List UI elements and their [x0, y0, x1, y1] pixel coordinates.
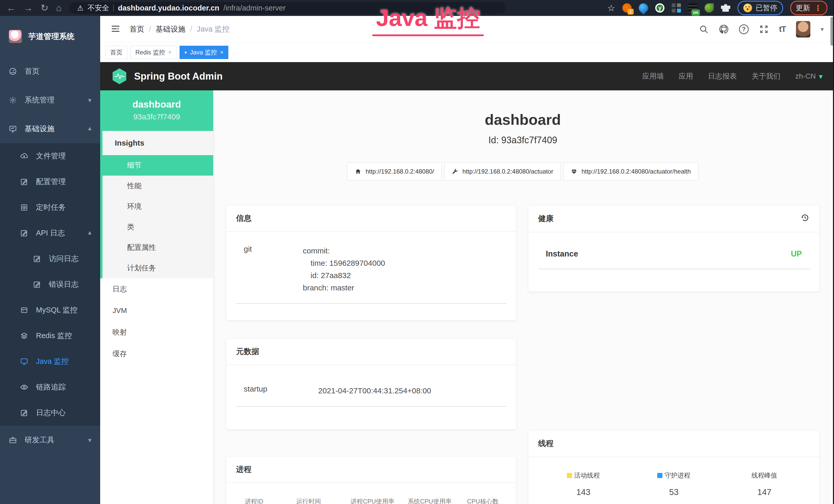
extension-icon[interactable]: 1	[622, 3, 632, 13]
monitor-chart-icon	[9, 125, 17, 133]
fullscreen-icon[interactable]	[759, 24, 769, 34]
browser-menu-kebab-icon[interactable]: ⋮	[814, 4, 822, 13]
emoji-face-icon	[743, 4, 752, 12]
sba-nav-details[interactable]: 细节	[100, 155, 213, 176]
dark-extension-icon[interactable]: on	[688, 3, 697, 13]
sba-nav-config-props[interactable]: 配置属性	[103, 237, 213, 258]
pin-extension-icon[interactable]	[637, 2, 650, 15]
home-icon	[355, 168, 361, 175]
sidebar-item-home[interactable]: 首页	[0, 57, 100, 86]
sba-nav-classes[interactable]: 类	[103, 217, 213, 237]
bookmark-star-icon[interactable]: ☆	[608, 3, 615, 13]
sidebar-item-scheduled-jobs[interactable]: 定时任务	[0, 194, 100, 220]
chevron-down-icon: ▾	[819, 72, 823, 81]
tab-home[interactable]: 首页	[105, 46, 127, 59]
legend-label: 活动线程	[574, 471, 600, 480]
github-icon[interactable]	[719, 24, 729, 34]
close-icon[interactable]: ×	[168, 49, 172, 56]
legend-live-threads: 活动线程 143	[538, 471, 629, 497]
timer-board-icon	[20, 203, 28, 211]
sidebar-item-dev-tools[interactable]: 研发工具 ▾	[0, 426, 100, 455]
sidebar-item-log-center[interactable]: 日志中心	[0, 400, 100, 426]
tab-label: Redis 监控	[135, 48, 165, 56]
green-extension-icon[interactable]: y	[655, 3, 664, 13]
sidebar-item-tracing[interactable]: 链路追踪	[0, 374, 100, 400]
sidebar-item-mysql-monitor[interactable]: MySQL 监控	[0, 297, 100, 323]
app-logo-row[interactable]: 芋道管理系统	[0, 16, 100, 57]
breadcrumb-infrastructure[interactable]: 基础设施	[156, 24, 185, 35]
sidebar-item-file-manage[interactable]: 文件管理	[0, 143, 100, 169]
edit-square-icon	[20, 409, 28, 417]
sidebar-item-infrastructure[interactable]: 基础设施 ▾	[0, 115, 100, 143]
git-branch-line: branch: master	[303, 282, 385, 294]
locale-selector[interactable]: zh-CN ▾	[795, 72, 823, 81]
col-header: 进程ID	[235, 497, 273, 504]
back-icon[interactable]: ←	[7, 3, 16, 13]
close-icon[interactable]: ×	[220, 49, 223, 56]
not-secure-label: 不安全	[88, 3, 109, 13]
sba-nav-environment[interactable]: 环境	[103, 196, 213, 217]
search-icon[interactable]	[699, 24, 709, 34]
forward-icon[interactable]: →	[24, 3, 33, 13]
font-size-icon[interactable]: tT	[779, 24, 786, 34]
breadcrumb-home[interactable]: 首页	[129, 24, 144, 35]
sba-nav-journal[interactable]: 日志报表	[708, 71, 737, 81]
sidebar-item-system[interactable]: 系统管理 ▾	[0, 86, 100, 115]
reload-icon[interactable]: ↻	[41, 3, 48, 13]
startup-row: startup 2021-04-27T00:44:31.254+08:00	[236, 385, 506, 407]
history-icon[interactable]	[800, 213, 810, 224]
sidebar-item-error-log[interactable]: 错误日志	[0, 272, 100, 297]
page-title: dashboard	[226, 111, 820, 128]
sba-nav-metrics[interactable]: 性能	[103, 176, 213, 196]
card-title-text: 进程	[236, 464, 251, 475]
tab-java-monitor[interactable]: ● Java 监控 ×	[179, 46, 228, 59]
help-icon[interactable]: ?	[739, 24, 749, 34]
actuator-url-link[interactable]: http://192.168.0.2:48080/actuator	[444, 162, 561, 181]
user-avatar[interactable]	[796, 21, 810, 38]
chrome-update-button[interactable]: 更新 ⋮	[790, 1, 827, 15]
dashboard-gauge-icon	[9, 67, 17, 75]
tab-redis-monitor[interactable]: Redis 监控 ×	[130, 46, 176, 59]
col-header: CPU核心数	[458, 497, 507, 504]
sba-nav-about[interactable]: 关于我们	[752, 71, 781, 81]
row-label: git	[244, 245, 303, 294]
heartbeat-icon	[571, 168, 577, 175]
sidebar-item-api-log[interactable]: API 日志 ▾	[0, 220, 100, 246]
sba-nav-logging[interactable]: 日志	[100, 278, 213, 300]
sidebar-item-redis-monitor[interactable]: Redis 监控	[0, 323, 100, 349]
spring-boot-admin-logo	[111, 68, 127, 84]
status-badge: UP	[791, 249, 802, 258]
card-title-text: 健康	[538, 213, 553, 224]
sba-nav-mappings[interactable]: 映射	[100, 321, 213, 343]
sidebar-item-config-manage[interactable]: 配置管理	[0, 169, 100, 194]
col-header: 进程CPU使用率	[344, 497, 401, 504]
url-divider	[113, 5, 114, 11]
instance-links: http://192.168.0.2:48080/ http://192.168…	[226, 162, 820, 181]
sidebar-item-label: 链路追踪	[36, 382, 91, 392]
puzzle-extensions-icon[interactable]	[721, 3, 730, 13]
sidebar-item-access-log[interactable]: 访问日志	[0, 246, 100, 272]
sba-nav-scheduled-tasks[interactable]: 计划任务	[103, 258, 213, 278]
sba-nav-applications[interactable]: 应用	[679, 71, 693, 81]
avatar-caret-icon[interactable]: ▾	[821, 26, 824, 33]
tags-view-bar: 首页 Redis 监控 × ● Java 监控 ×	[100, 43, 834, 62]
leaf-extension-icon[interactable]	[705, 3, 714, 13]
link-label: http://192.168.0.2:48080/actuator	[462, 168, 553, 175]
legend-label: 守护进程	[664, 471, 690, 480]
home-icon[interactable]: ⌂	[56, 3, 62, 13]
insights-group-title[interactable]: Insights	[103, 131, 213, 155]
card-title-text: 元数据	[236, 346, 259, 357]
paused-profile-chip[interactable]: 已暂停	[738, 1, 783, 15]
grid-extension-icon[interactable]	[672, 3, 681, 13]
sidebar-item-label: Java 监控	[36, 357, 91, 367]
health-url-link[interactable]: http://192.168.0.2:48080/actuator/health	[563, 162, 698, 181]
sba-nav-wallboard[interactable]: 应用墙	[642, 71, 664, 81]
service-url-link[interactable]: http://192.168.0.2:48080/	[347, 162, 441, 181]
sidebar-toggle-icon[interactable]	[110, 24, 121, 35]
sba-nav-jvm[interactable]: JVM	[100, 300, 213, 321]
sidebar-item-java-monitor[interactable]: Java 监控	[0, 349, 100, 374]
threads-legend: 活动线程 143 守护进程 53 线程峰值	[538, 471, 810, 497]
not-secure-warning-icon: ⚠	[77, 4, 84, 12]
sba-navbar: Spring Boot Admin 应用墙 应用 日志报表 关于我们 zh-CN…	[100, 62, 834, 90]
sba-nav-caches[interactable]: 缓存	[100, 343, 213, 365]
